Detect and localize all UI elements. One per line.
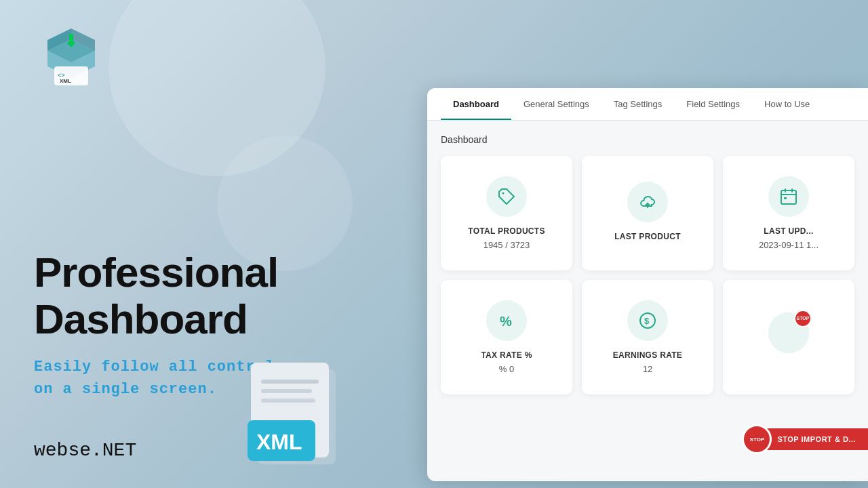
stop-import-bar[interactable]: STOP STOP IMPORT & D... (742, 424, 868, 454)
svg-rect-16 (781, 190, 796, 204)
card-total-products: TOTAL PRODUCTS 1945 / 3723 (441, 156, 572, 270)
total-products-icon-bg (486, 176, 527, 217)
last-updated-value: 2023-09-11 1... (759, 240, 818, 250)
last-product-icon-bg (627, 182, 668, 222)
svg-rect-12 (261, 399, 315, 403)
dashboard-content: Dashboard TOTAL PRODUCTS 1945 / 3723 (427, 121, 868, 408)
svg-rect-10 (261, 380, 319, 384)
card-last-product: LAST PRODUCT (582, 156, 713, 270)
total-products-value: 1945 / 3723 (484, 240, 530, 250)
percent-icon: % (497, 311, 516, 330)
tab-general-settings[interactable]: General Settings (511, 88, 601, 120)
last-product-label: LAST PRODUCT (614, 232, 681, 241)
cards-grid: TOTAL PRODUCTS 1945 / 3723 LAST PRODUCT (441, 156, 854, 394)
svg-rect-11 (261, 389, 312, 393)
svg-text:%: % (500, 314, 512, 329)
tab-how-to-use[interactable]: How to Use (752, 88, 822, 120)
tax-rate-value: % 0 (499, 364, 514, 374)
xml-file-icon: XML (244, 359, 353, 474)
tax-rate-icon-bg: % (486, 300, 527, 341)
brand-name: webse.NET (34, 440, 136, 461)
total-products-label: TOTAL PRODUCTS (468, 226, 545, 236)
card-stop-import: STOP (723, 280, 854, 394)
last-updated-label: LAST UPD... (764, 226, 813, 236)
card-last-updated: LAST UPD... 2023-09-11 1... (723, 156, 854, 270)
svg-rect-17 (784, 197, 787, 199)
tax-rate-label: TAX RATE % (481, 350, 532, 360)
cloud-upload-icon (638, 192, 657, 211)
svg-text:$: $ (644, 316, 650, 326)
currency-icon: $ (638, 311, 657, 330)
tag-icon (497, 187, 516, 206)
earnings-rate-label: EARNINGS RATE (613, 350, 682, 360)
headline-title: Professional Dashboard (34, 249, 366, 342)
card-earnings-rate: $ EARNINGS RATE 12 (582, 280, 713, 394)
tab-dashboard[interactable]: Dashboard (441, 88, 511, 120)
svg-text:XML: XML (60, 78, 71, 84)
tab-field-settings[interactable]: Field Settings (674, 88, 752, 120)
stop-import-icon-bg: STOP (768, 312, 809, 353)
dashboard-section-title: Dashboard (441, 134, 854, 145)
dashboard-panel: Dashboard General Settings Tag Settings … (427, 88, 868, 481)
earnings-rate-icon-bg: $ (627, 300, 668, 341)
logo-box: <> XML (34, 27, 108, 102)
calendar-icon (779, 187, 798, 206)
svg-point-15 (502, 192, 505, 195)
svg-text:XML: XML (256, 430, 302, 454)
card-tax-rate: % TAX RATE % % 0 (441, 280, 572, 394)
last-updated-icon-bg (768, 176, 809, 217)
tab-tag-settings[interactable]: Tag Settings (601, 88, 675, 120)
tabs-bar: Dashboard General Settings Tag Settings … (427, 88, 868, 121)
earnings-rate-value: 12 (643, 364, 652, 374)
logo-area: <> XML (34, 27, 366, 102)
stop-import-button[interactable]: STOP IMPORT & D... (765, 428, 868, 450)
